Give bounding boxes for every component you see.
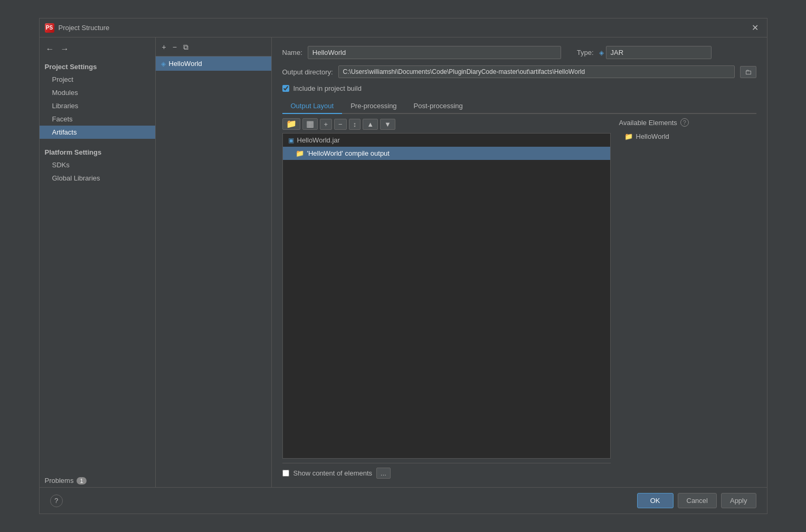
remove-artifact-button[interactable]: − <box>170 42 179 52</box>
sidebar-item-facets[interactable]: Facets <box>40 112 155 126</box>
name-input[interactable] <box>308 46 561 59</box>
available-elements-panel: Available Elements ? 📁 HelloWorld <box>619 118 756 479</box>
back-button[interactable]: ← <box>44 44 56 54</box>
type-select[interactable]: JAR WAR EAR Other <box>606 46 712 59</box>
folder-layout-btn[interactable]: 📁 <box>282 118 300 130</box>
file-item-label: HelloWorld.jar <box>297 136 340 144</box>
file-tree: ▣ HelloWorld.jar 📁 'HelloWorld' compile … <box>282 133 611 459</box>
title-bar: PS Project Structure ✕ <box>40 18 767 37</box>
artifact-toolbar: + − ⧉ <box>156 37 271 56</box>
spacer <box>40 185 155 474</box>
type-label: Type: <box>577 49 594 56</box>
copy-artifact-button[interactable]: ⧉ <box>181 42 191 52</box>
ok-button[interactable]: OK <box>637 493 674 508</box>
include-build-label: Include in project build <box>293 84 362 92</box>
output-dir-input[interactable] <box>338 65 735 78</box>
output-dir-label: Output directory: <box>282 68 333 76</box>
available-elements-header: Available Elements ? <box>619 118 756 127</box>
output-layout-panel: 📁 ▦ + − ↕ ▲ ▼ ▣ HelloWorld.jar <box>282 118 611 479</box>
tab-pre-processing[interactable]: Pre-processing <box>342 99 405 114</box>
file-item-helloworld-jar[interactable]: ▣ HelloWorld.jar <box>283 134 610 147</box>
help-button[interactable]: ? <box>50 495 63 507</box>
available-item-helloworld[interactable]: 📁 HelloWorld <box>619 130 756 143</box>
cancel-button[interactable]: Cancel <box>678 493 717 508</box>
down-btn[interactable]: ▼ <box>380 119 395 130</box>
dialog-body: ← → Project Settings Project Modules Lib… <box>40 37 767 487</box>
module-folder-icon: 📁 <box>624 132 633 140</box>
left-nav-panel: ← → Project Settings Project Modules Lib… <box>40 37 156 487</box>
bars-layout-btn[interactable]: ▦ <box>302 118 318 130</box>
remove-element-btn[interactable]: − <box>334 119 347 130</box>
sidebar-item-libraries[interactable]: Libraries <box>40 99 155 112</box>
artifact-name: HelloWorld <box>169 60 202 68</box>
up-btn[interactable]: ▲ <box>363 119 378 130</box>
name-label: Name: <box>282 49 302 56</box>
folder-compile-icon: 📁 <box>296 149 304 157</box>
include-build-checkbox[interactable] <box>282 85 289 92</box>
bottom-bar: Show content of elements ... <box>282 463 611 479</box>
dialog-title: Project Structure <box>59 24 748 32</box>
help-available-icon[interactable]: ? <box>680 118 689 127</box>
tab-output-layout[interactable]: Output Layout <box>282 99 343 114</box>
sidebar-item-artifacts[interactable]: Artifacts <box>40 126 155 139</box>
available-item-label: HelloWorld <box>636 132 669 140</box>
tabs-bar: Output Layout Pre-processing Post-proces… <box>282 99 756 114</box>
forward-button[interactable]: → <box>59 44 71 54</box>
sidebar-item-problems[interactable]: Problems 1 <box>40 474 155 487</box>
problems-badge: 1 <box>77 477 86 484</box>
right-config-panel: Name: Type: ◈ JAR WAR EAR Other Output d… <box>272 37 767 487</box>
artifacts-list-panel: + − ⧉ ◈ HelloWorld <box>156 37 272 487</box>
sidebar-item-project[interactable]: Project <box>40 73 155 86</box>
available-list: 📁 HelloWorld <box>619 130 756 479</box>
type-select-container: ◈ JAR WAR EAR Other <box>599 46 712 59</box>
footer-buttons: OK Cancel Apply <box>637 493 756 508</box>
sort-btn[interactable]: ↕ <box>349 119 361 130</box>
file-item-compile-label: 'HelloWorld' compile output <box>307 149 390 157</box>
tab-content-area: 📁 ▦ + − ↕ ▲ ▼ ▣ HelloWorld.jar <box>282 118 756 479</box>
available-elements-label: Available Elements <box>619 119 677 127</box>
file-item-compile-output[interactable]: 📁 'HelloWorld' compile output <box>283 147 610 160</box>
layout-toolbar: 📁 ▦ + − ↕ ▲ ▼ <box>282 118 611 130</box>
browse-button[interactable]: 🗀 <box>740 66 756 78</box>
artifact-icon: ◈ <box>161 60 166 68</box>
platform-settings-header: Platform Settings <box>40 143 155 158</box>
include-build-row: Include in project build <box>282 84 756 92</box>
app-icon: PS <box>45 23 54 33</box>
jar-icon: ◈ <box>599 49 604 56</box>
output-dir-row: Output directory: 🗀 <box>282 65 756 78</box>
add-element-btn[interactable]: + <box>320 119 333 130</box>
show-content-label: Show content of elements <box>293 469 373 477</box>
apply-button[interactable]: Apply <box>721 493 756 508</box>
close-button[interactable]: ✕ <box>748 22 762 34</box>
add-artifact-button[interactable]: + <box>160 42 168 52</box>
sidebar-item-global-libraries[interactable]: Global Libraries <box>40 172 155 185</box>
dotdotdot-button[interactable]: ... <box>376 468 391 479</box>
project-structure-dialog: PS Project Structure ✕ ← → Project Setti… <box>39 18 767 514</box>
sidebar-item-modules[interactable]: Modules <box>40 86 155 99</box>
sidebar-item-sdks[interactable]: SDKs <box>40 158 155 172</box>
jar-file-icon: ▣ <box>288 137 294 144</box>
separator-1 <box>40 139 155 143</box>
artifact-item-helloworld[interactable]: ◈ HelloWorld <box>156 56 271 71</box>
project-settings-header: Project Settings <box>40 58 155 73</box>
nav-toolbar: ← → <box>40 41 155 58</box>
name-field-row: Name: Type: ◈ JAR WAR EAR Other <box>282 46 756 59</box>
dialog-footer: ? OK Cancel Apply <box>40 487 767 514</box>
artifact-list: ◈ HelloWorld <box>156 56 271 487</box>
tab-post-processing[interactable]: Post-processing <box>405 99 471 114</box>
show-content-checkbox[interactable] <box>282 470 289 477</box>
